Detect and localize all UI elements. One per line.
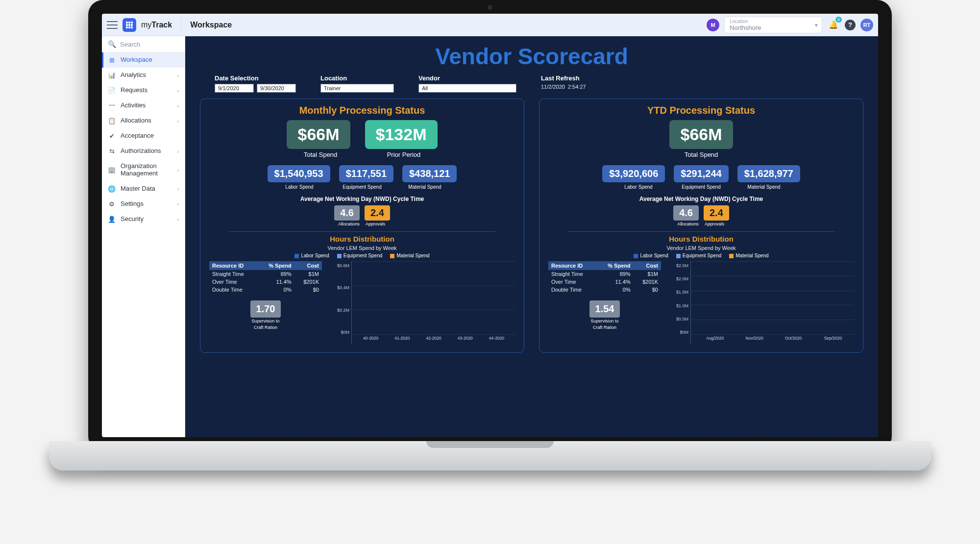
ytd-resource-table: Resource ID % Spend Cost Straight Time89… [548,261,661,294]
chevron-right-icon: › [177,148,179,154]
monthly-table-wrap: Resource ID % Spend Cost Straight Time89… [209,261,322,345]
monthly-avg-nwd-label: Average Net Working Day (NWD) Cycle Time [209,196,515,202]
date-from-input[interactable]: 9/1/2020 [215,84,254,93]
chevron-right-icon: › [177,167,179,173]
monthly-equipment-label: Equipment Spend [335,184,389,190]
vendor-select[interactable]: All [418,84,516,93]
refresh-time: 2:54:27 [568,84,586,90]
search-icon: 🔍 [108,40,116,48]
filter-bar: Date Selection 9/1/2020 9/30/2020 Locati… [200,74,863,99]
workspace-title: Workspace [190,21,232,29]
notifications-button[interactable]: 🔔 0 [827,19,840,31]
sidebar-item-security[interactable]: 👤Security› [102,212,185,227]
date-to-input[interactable]: 9/30/2020 [257,84,296,93]
search-placeholder: Search [120,41,140,48]
brand-main: Track [151,21,172,29]
monthly-ratio-label1: Supervision to [209,319,322,324]
location-value: Northshore [730,24,809,31]
ytd-equipment-spend: $291,244 [674,165,728,182]
table-row: Straight Time89%$1M [209,270,322,278]
sidebar-item-activities[interactable]: 〰Activities› [102,98,185,113]
ytd-labor-spend: $3,920,606 [602,165,665,182]
ytd-allocations: 4.6 [673,205,699,221]
monthly-legend: Labor Spend Equipment Spend Material Spe… [209,253,515,258]
sidebar: 🔍 Search ⊞Workspace📊Analytics›📄Requests›… [102,36,185,437]
sidebar-item-workspace[interactable]: ⊞Workspace [102,52,185,68]
sidebar-item-requests[interactable]: 📄Requests› [102,83,185,98]
chevron-right-icon: › [177,216,179,222]
table-header: Resource ID [548,261,597,270]
app-body: 🔍 Search ⊞Workspace📊Analytics›📄Requests›… [102,36,878,437]
sidebar-icon: 📄 [108,87,116,94]
header-divider [181,18,181,32]
sidebar-item-organization-management[interactable]: 🏢Organization Management› [102,159,185,181]
monthly-prior-period-pill: $132M [365,120,438,149]
sidebar-item-settings[interactable]: ⚙Settings› [102,197,185,212]
sidebar-item-label: Allocations [121,117,151,124]
notification-count-badge: 0 [835,17,842,23]
ytd-ratio-label1: Supervision to [548,319,661,324]
sidebar-item-label: Authorizations [121,148,161,155]
monthly-chart: $0.6M$0.4M$0.2M$0M40-202041-202042-20204… [330,261,515,345]
legend-material: Material Spend [390,253,429,258]
app-logo-icon[interactable] [122,18,136,32]
sidebar-item-acceptance[interactable]: ✔Acceptance [102,128,185,144]
monthly-hours-title: Hours Distribution [209,235,515,243]
ytd-avg-nwd-label: Average Net Working Day (NWD) Cycle Time [548,196,854,202]
screen-bezel: myTrack Workspace M Location Northshore … [88,0,892,451]
monthly-material-spend: $438,121 [402,165,457,182]
monthly-approvals: 2.4 [365,205,390,221]
table-row: Straight Time89%$1M [548,270,661,278]
ytd-approvals-label: Approvals [704,222,725,226]
sidebar-item-authorizations[interactable]: ⇆Authorizations› [102,144,185,159]
ytd-total-spend-pill: $66M [669,120,733,149]
sidebar-icon: 🌐 [108,185,116,193]
sidebar-item-label: Organization Management [121,163,172,177]
monthly-ratio-label2: Craft Ration [209,325,322,330]
hamburger-menu-icon[interactable] [107,21,118,29]
sidebar-icon: ✔ [108,132,116,140]
location-selector[interactable]: Location Northshore ▾ [724,17,822,33]
ytd-material-spend: $1,628,977 [737,165,800,182]
sidebar-item-label: Acceptance [121,132,154,140]
search-input[interactable]: 🔍 Search [102,36,185,52]
card-row: Monthly Processing Status $66M $132M Tot… [200,99,863,353]
page-title: Vendor Scorecard [200,43,863,70]
ytd-ratio-value: 1.54 [589,300,620,318]
legend-equipment: Equipment Spend [676,253,722,258]
brand-prefix: my [141,21,151,29]
filter-date-label: Date Selection [215,74,296,82]
ytd-approvals: 2.4 [704,205,729,221]
sidebar-item-label: Analytics [121,72,146,79]
sidebar-item-allocations[interactable]: 📋Allocations› [102,113,185,128]
ytd-legend: Labor Spend Equipment Spend Material Spe… [548,253,854,258]
ytd-chart-title: Vendor LEM Spend by Week [548,245,854,251]
table-header: Cost [294,261,322,270]
filter-date: Date Selection 9/1/2020 9/30/2020 [215,74,296,93]
divider [229,231,495,232]
dashboard: Vendor Scorecard Date Selection 9/1/2020… [185,36,878,437]
user-avatar-rt[interactable]: RT [860,19,873,31]
refresh-label: Last Refresh [541,74,586,82]
monthly-labor-label: Labor Spend [272,184,326,190]
ytd-ratio: 1.54 Supervision to Craft Ration [548,300,661,330]
ytd-hours-title: Hours Distribution [548,235,854,243]
table-header: % Spend [597,261,634,270]
ytd-ratio-label2: Craft Ration [548,325,661,330]
monthly-labor-spend: $1,540,953 [268,165,330,182]
sidebar-icon: 〰 [108,102,116,109]
ytd-table-wrap: Resource ID % Spend Cost Straight Time89… [548,261,661,345]
account-avatar-m[interactable]: M [707,19,719,31]
location-select[interactable]: Trainer [320,84,394,93]
sidebar-item-label: Settings [121,200,144,208]
chevron-right-icon: › [177,186,179,192]
sidebar-icon: ⊞ [108,56,116,64]
divider [568,231,834,232]
filter-location: Location Trainer [320,74,394,93]
help-button[interactable]: ? [845,20,856,30]
monthly-chart-title: Vendor LEM Spend by Week [209,245,515,251]
ytd-title: YTD Processing Status [548,105,854,116]
sidebar-item-analytics[interactable]: 📊Analytics› [102,68,185,83]
sidebar-item-master-data[interactable]: 🌐Master Data› [102,181,185,197]
legend-equipment: Equipment Spend [337,253,383,258]
